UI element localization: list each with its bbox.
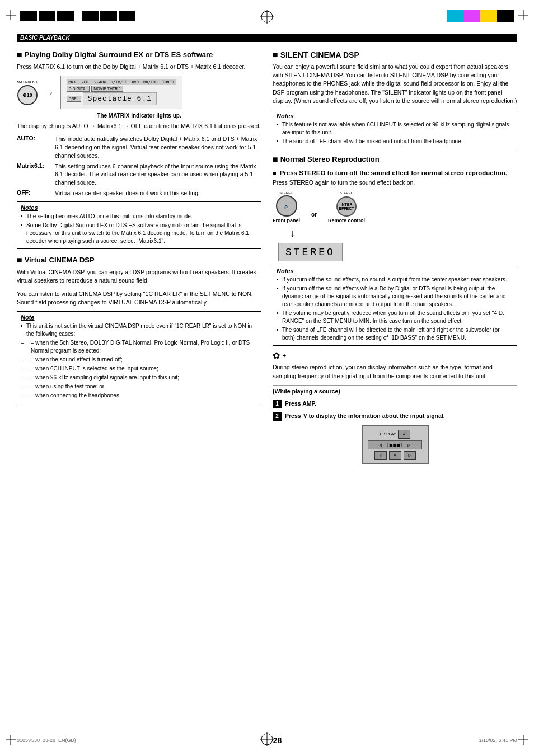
amp-display: DISPLAY ∧ – ◁ [■■■] ▷ + ◁ ∨ ▷	[362, 425, 429, 464]
notes-item-1-2: Some Dolby Digital Surround EX or DTS ES…	[21, 222, 257, 245]
notes-title-4: Notes	[277, 267, 513, 274]
page-number: 28	[273, 736, 282, 745]
note-item-2-2: – when the sound effect is turned off;	[21, 356, 257, 364]
remote-panel-label: Remote control	[328, 218, 365, 223]
section3-bullet: ■	[273, 50, 278, 59]
display-dsp-row: DSP Spectacle 6.1	[67, 92, 176, 105]
matrix-button: ⊕10	[17, 85, 38, 105]
print-block	[82, 11, 99, 21]
print-block	[20, 11, 37, 21]
step-2-text-bold: Press ∨ to display the information about…	[285, 412, 445, 419]
tip-icon-label: ✦	[282, 353, 287, 359]
notes-box-3: Notes This feature is not available when…	[273, 110, 517, 149]
display-row2: D:DIGITAL MOVIE THTR:1	[67, 86, 176, 92]
left-column: ■ Playing Dolby Digital Surround EX or D…	[17, 44, 261, 734]
right-column: ■ SILENT CINEMA DSP You can enjoy a powe…	[273, 44, 517, 734]
section2-title-text: Virtual CINEMA DSP	[25, 256, 95, 264]
section-header-text: BASIC PLAYBACK	[20, 35, 70, 41]
step-1-text: Press AMP.	[285, 400, 316, 408]
section1-title-text: Playing Dolby Digital Surround EX or DTS…	[25, 50, 213, 59]
section-header: BASIC PLAYBACK	[17, 34, 517, 42]
step-1-num: 1	[273, 400, 282, 408]
reg-mark-tl	[6, 10, 16, 21]
amp-display-area: DISPLAY ∧ – ◁ [■■■] ▷ + ◁ ∨ ▷	[273, 425, 517, 464]
main-content: ■ Playing Dolby Digital Surround EX or D…	[17, 44, 517, 734]
panel-row: STEREO 🔊 Front panel or STEREO INTEREFFE…	[273, 191, 517, 223]
section4-bullet: ■	[273, 155, 278, 164]
notes-item-4-4: The sound of LFE channel will be directe…	[277, 326, 513, 342]
remote-stereo-btn[interactable]: INTEREFFECT	[336, 196, 357, 217]
amp-display-label: DISPLAY	[380, 432, 396, 436]
section3-title-text: SILENT CINEMA DSP	[280, 50, 359, 59]
def-term-auto: AUTO:	[17, 135, 50, 159]
matrix-diagram: MATRIX 6.1 ⊕10 → MKX VCR V-AUX D/TV/CB D…	[17, 76, 261, 109]
amp-down-btn[interactable]: ∨	[389, 451, 401, 460]
amp-right-btn[interactable]: ▷	[404, 451, 416, 460]
reg-mark-tr	[518, 10, 528, 21]
display-screen: Spectacle 6.1	[83, 92, 157, 105]
print-block	[57, 11, 74, 21]
notes-item-1-1: The setting becomes AUTO once this unit …	[21, 213, 257, 220]
print-gap	[76, 11, 80, 21]
digital-indicator: D:DIGITAL	[67, 86, 90, 92]
color-yellow	[480, 10, 497, 22]
note-title-2: Note	[21, 314, 257, 321]
front-panel-item: STEREO 🔊 Front panel	[273, 191, 300, 223]
note-item-2-5: – when using the test tone; or	[21, 383, 257, 391]
or-text: or	[311, 212, 317, 218]
amp-screen: – ◁ [■■■] ▷ +	[368, 440, 422, 449]
notes-item-3-1: This feature is not available when 6CH I…	[277, 121, 513, 137]
while-playing: (While playing a source)	[273, 388, 517, 396]
display-inner-row: MKX VCR V-AUX D/TV/CB DVD MD/CDR TUNER	[67, 79, 176, 85]
divider	[273, 385, 517, 386]
note-list-2: This unit is not set in the virtual CINE…	[21, 322, 257, 400]
step-1: 1 Press AMP.	[273, 400, 517, 408]
def-auto: AUTO: This mode automatically switches D…	[17, 135, 261, 159]
section2-bullet: ■	[17, 256, 22, 265]
step-2-text: Press ∨ to display the information about…	[285, 412, 445, 420]
subsection-bullet: ■	[273, 170, 277, 176]
remote-icon: INTEREFFECT	[339, 203, 354, 211]
section1-bullet: ■	[17, 50, 22, 59]
def-desc-matrix: This setting produces 6-channel playback…	[55, 162, 261, 187]
section3-title: ■ SILENT CINEMA DSP	[273, 50, 517, 59]
def-term-off: OFF:	[17, 189, 50, 198]
def-off: OFF: Virtual rear center speaker does no…	[17, 189, 261, 198]
def-list: AUTO: This mode automatically switches D…	[17, 135, 261, 197]
notes-list-3: This feature is not available when 6CH I…	[277, 121, 513, 145]
note-item-2-6: – when connecting the headphones.	[21, 392, 257, 400]
bottom-bar: 0105V530_23-28_EN(GB) 28 1/18/02, 6:41 P…	[17, 736, 517, 745]
down-arrow: ↓	[289, 227, 517, 240]
matrix-indicator: MATRIX 6.1	[17, 80, 38, 84]
def-matrix: Matrix6.1: This setting produces 6-chann…	[17, 162, 261, 187]
step-list: 1 Press AMP. 2 Press ∨ to display the in…	[273, 400, 517, 421]
notes-title-3: Notes	[277, 112, 513, 119]
section1-title: ■ Playing Dolby Digital Surround EX or D…	[17, 50, 261, 59]
print-block	[100, 11, 117, 21]
note-item-2-3: – when 6CH INPUT is selected as the inpu…	[21, 365, 257, 373]
amp-bottom-row: ◁ ∨ ▷	[374, 451, 416, 460]
amp-up-btn[interactable]: ∧	[398, 430, 410, 439]
movie-thtr: MOVIE THTR:1	[91, 86, 123, 92]
notes-item-4-1: If you turn off the sound effects, no so…	[277, 276, 513, 284]
remote-panel-item: STEREO INTEREFFECT Remote control	[328, 191, 365, 223]
subsection-body: Press STEREO again to turn the sound eff…	[273, 179, 517, 187]
section4-title: ■ Normal Stereo Reproduction	[273, 155, 517, 164]
front-panel-stereo-btn[interactable]: 🔊	[276, 195, 297, 217]
reg-mark-bl	[6, 735, 16, 746]
notes-title-1: Notes	[21, 204, 257, 211]
section2-body1: With Virtual CINEMA DSP, you can enjoy a…	[17, 268, 261, 285]
subsection-title-text: Press STEREO to turn off the sound effec…	[280, 170, 507, 176]
notes-item-4-3: The volume may be greatly reduced when y…	[277, 309, 513, 325]
note-box-2: Note This unit is not set in the virtual…	[17, 311, 261, 403]
front-panel-btn-container: STEREO 🔊	[276, 191, 297, 217]
tip-section: ✿ ✦	[273, 350, 517, 361]
color-magenta	[463, 10, 480, 22]
matrix-button-area: MATRIX 6.1 ⊕10	[17, 80, 38, 105]
reg-mark-br	[518, 735, 528, 746]
step-2: 2 Press ∨ to display the information abo…	[273, 412, 517, 421]
def-term-matrix: Matrix6.1:	[17, 162, 50, 187]
def-desc-off: Virtual rear center speaker does not wor…	[55, 189, 200, 198]
amp-left-btn[interactable]: ◁	[374, 451, 387, 460]
notes-item-3-2: The sound of LFE channel will be mixed a…	[277, 138, 513, 145]
